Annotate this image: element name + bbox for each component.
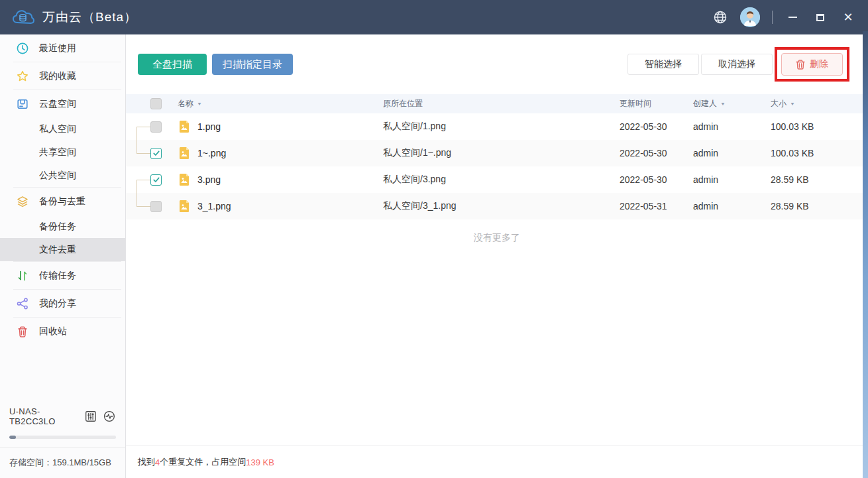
file-creator: admin [693,174,771,185]
row-checkbox[interactable] [150,201,162,212]
table-body: 1.png 私人空间/1.png 2022-05-30 admin 100.03… [126,113,868,219]
clock-icon [16,42,29,55]
trash-icon [16,325,29,338]
layers-icon [16,195,29,208]
no-more-text: 没有更多了 [126,232,868,244]
header-name[interactable]: 名称▼ [178,98,383,109]
sidebar-item-recent[interactable]: 最近使用 [0,34,125,62]
file-updated: 2022-05-30 [620,174,693,185]
image-file-icon [178,147,191,160]
language-globe-icon[interactable] [712,9,728,25]
image-file-icon [178,173,191,186]
duplicate-group-connector [126,166,150,193]
duplicate-group-connector [126,113,150,140]
sidebar-item-favorites[interactable]: 我的收藏 [0,62,125,90]
sort-caret-icon: ▼ [197,101,202,107]
storage-summary: 存储空间：159.1MB/15GB [0,448,125,478]
sidebar-item-file-dedup[interactable]: 文件去重 [0,238,125,261]
header-updated: 更新时间 [620,98,693,109]
sidebar: 最近使用 我的收藏 云盘空间 私人空间 共享空间 公共空间 [0,34,126,478]
file-creator: admin [693,148,771,158]
delete-button[interactable]: 删除 [781,53,843,76]
row-checkbox[interactable] [150,121,162,133]
table-row[interactable]: 3.png 私人空间/3.png 2022-05-30 admin 28.59 … [126,166,868,193]
app-window: 万由云（Beta） ✕ [0,0,868,478]
header-location: 原所在位置 [383,98,620,109]
table-header-row: 名称▼ 原所在位置 更新时间 创建人▼ 大小▼ [126,94,868,113]
right-edge-scroll-strip[interactable] [863,31,868,478]
settings-sliders-icon[interactable] [84,409,97,424]
header-size[interactable]: 大小▼ [771,98,868,109]
duplicates-table: 名称▼ 原所在位置 更新时间 创建人▼ 大小▼ 1.png 私人空间/1.png… [126,94,868,219]
summary-footer: 找到 4 个重复文件，占用空间 139 KB [126,446,863,478]
share-icon [16,297,29,310]
select-all-checkbox[interactable] [150,98,162,109]
titlebar: 万由云（Beta） ✕ [0,0,868,34]
file-name: 1~.png [197,148,226,158]
app-logo-cloud-icon [12,9,34,26]
sidebar-item-backup-dedup[interactable]: 备份与去重 [0,188,125,215]
file-name: 3_1.png [197,201,231,211]
sidebar-item-recycle-bin[interactable]: 回收站 [0,318,125,345]
star-icon [16,70,29,83]
row-checkbox[interactable] [150,174,162,186]
file-location: 私人空间/1.png [383,121,620,133]
maximize-button[interactable] [812,9,828,25]
sidebar-item-shared-space[interactable]: 共享空间 [0,141,125,164]
file-size: 28.59 KB [771,174,868,185]
main-content: 全盘扫描 扫描指定目录 智能选择 取消选择 删除 [126,34,868,478]
sort-caret-icon: ▼ [720,101,726,107]
close-button[interactable]: ✕ [840,9,856,25]
file-creator: admin [693,121,771,132]
minimize-button[interactable] [785,9,800,25]
storage-usage-bar [9,436,116,439]
sidebar-item-backup-tasks[interactable]: 备份任务 [0,215,125,238]
header-creator[interactable]: 创建人▼ [693,98,771,109]
sidebar-item-my-shares[interactable]: 我的分享 [0,290,125,317]
device-name: U-NAS-TB2CC3LO [9,406,79,426]
smart-select-button[interactable]: 智能选择 [627,54,699,75]
file-location: 私人空间/3.png [383,174,620,186]
scan-directory-button[interactable]: 扫描指定目录 [212,54,293,75]
file-updated: 2022-05-30 [620,121,693,132]
titlebar-divider [772,11,773,24]
app-title: 万由云（Beta） [42,9,137,26]
sidebar-item-private-space[interactable]: 私人空间 [0,117,125,141]
user-avatar[interactable] [740,7,760,27]
file-name: 3.png [197,174,221,185]
image-file-icon [178,120,191,133]
file-location: 私人空间/3_1.png [383,200,620,212]
monitor-pulse-icon[interactable] [103,409,116,424]
file-updated: 2022-05-30 [620,148,693,158]
disk-icon [16,97,29,111]
file-name: 1.png [197,121,221,132]
occupied-size: 139 KB [246,457,274,467]
file-location: 私人空间/1~.png [383,147,620,159]
file-updated: 2022-05-31 [620,201,693,211]
sidebar-item-cloud-disk[interactable]: 云盘空间 [0,90,125,117]
duplicate-group-connector [126,140,150,166]
file-size: 28.59 KB [771,201,868,211]
file-creator: admin [693,201,771,211]
image-file-icon [178,200,191,213]
table-row[interactable]: 1~.png 私人空间/1~.png 2022-05-30 admin 100.… [126,140,868,166]
sidebar-item-public-space[interactable]: 公共空间 [0,164,125,187]
file-size: 100.03 KB [771,121,868,132]
duplicate-group-connector [126,193,150,219]
file-size: 100.03 KB [771,148,868,158]
sidebar-item-transfer-tasks[interactable]: 传输任务 [0,262,125,289]
transfer-arrows-icon [16,269,29,282]
row-checkbox[interactable] [150,148,162,159]
toolbar: 全盘扫描 扫描指定目录 智能选择 取消选择 删除 [126,34,868,82]
table-row[interactable]: 1.png 私人空间/1.png 2022-05-30 admin 100.03… [126,113,868,140]
table-row[interactable]: 3_1.png 私人空间/3_1.png 2022-05-31 admin 28… [126,193,868,219]
full-scan-button[interactable]: 全盘扫描 [138,54,207,75]
cancel-select-button[interactable]: 取消选择 [701,54,773,75]
red-highlight-annotation: 删除 [775,47,849,82]
trash-icon [796,60,805,70]
sort-caret-icon: ▼ [790,101,795,107]
duplicate-count: 4 [155,457,160,467]
